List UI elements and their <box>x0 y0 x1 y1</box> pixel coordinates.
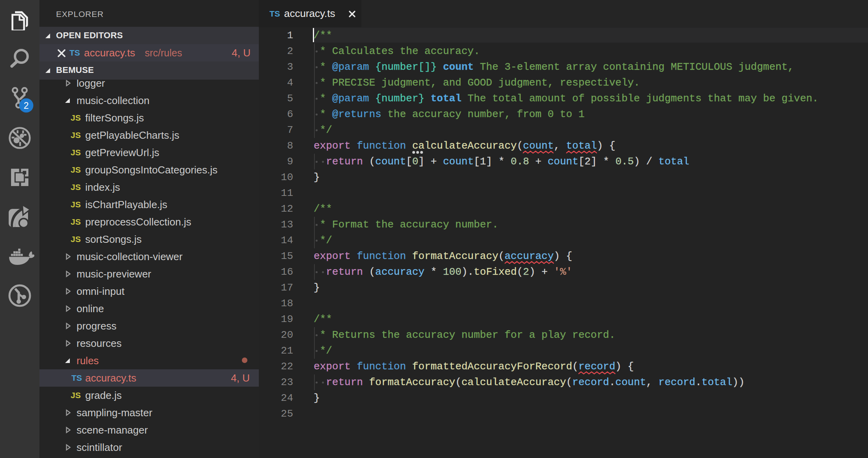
svg-text:2: 2 <box>24 101 29 111</box>
